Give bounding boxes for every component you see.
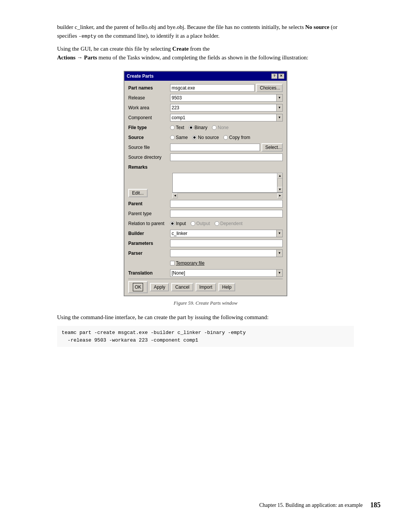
builder-label: Builder [128,230,170,237]
help-button[interactable]: Help [218,283,236,291]
relation-dependent-radio[interactable] [215,221,219,226]
parameters-row: Parameters [128,239,283,248]
parent-type-input[interactable] [170,210,283,217]
choices-button[interactable]: Choices... [256,84,283,92]
remarks-section: Edit... ▲ ▼ ◄ ► [128,173,283,198]
source-file-input[interactable] [170,144,260,151]
component-row: Component comp1 ▼ [128,113,283,122]
release-row: Release 9503 ▼ [128,94,283,102]
file-type-none-label: None [218,124,229,131]
relation-dependent-option[interactable]: Dependent [215,220,243,227]
file-type-text-option[interactable]: Text [170,124,184,131]
work-area-dropdown-arrow[interactable]: ▼ [276,104,282,111]
create-bold: Create [172,46,189,52]
release-dropdown-arrow[interactable]: ▼ [276,94,282,101]
page-content: builder c_linker, and the parent of hell… [57,23,354,347]
create-parts-dialog[interactable]: Create Parts ? ✕ Part names Choices... [124,71,287,296]
parameters-label: Parameters [128,240,170,247]
hscroll-right-arrow[interactable]: ► [277,193,283,198]
work-area-dropdown[interactable]: 223 ▼ [170,104,283,112]
close-titlebar-btn[interactable]: ✕ [278,73,284,79]
file-type-none-option[interactable]: None [212,124,229,131]
temp-file-checkbox-label[interactable]: Temporary file [170,260,204,267]
parent-type-row: Parent type [128,209,283,218]
temp-file-checkbox[interactable] [170,261,175,265]
component-value: comp1 [170,114,276,121]
hscroll-left-arrow[interactable]: ◄ [172,193,178,198]
actions-parts-bold: Actions → Parts [57,54,97,61]
relation-dependent-label: Dependent [220,220,243,227]
file-type-binary-radio[interactable] [189,125,193,130]
parent-input[interactable] [170,200,283,208]
body-text-1: builder c_linker, and the parent of hell… [57,24,304,30]
source-same-option[interactable]: Same [170,134,188,141]
relation-input-option[interactable]: Input [170,220,186,227]
import-button[interactable]: Import [196,283,216,291]
edit-button[interactable]: Edit... [128,189,148,197]
work-area-label: Work area [128,104,170,111]
parent-row: Parent [128,200,283,208]
builder-dropdown[interactable]: c_linker ▼ [170,230,283,237]
file-type-text-label: Text [176,124,184,131]
body-text-1c: on the command line), to identify it as … [98,33,220,39]
relation-input-radio[interactable] [170,221,175,226]
component-dropdown-arrow[interactable]: ▼ [276,114,282,121]
remarks-textarea[interactable]: ▲ ▼ [172,173,283,193]
builder-value: c_linker [170,230,276,237]
source-same-radio[interactable] [170,135,175,140]
translation-dropdown[interactable]: [None] ▼ [170,269,283,277]
file-type-text-radio[interactable] [170,125,175,130]
page-footer: Chapter 15. Building an application: an … [0,501,411,509]
remarks-vscrollbar[interactable]: ▲ ▼ [277,173,282,192]
figure-caption: Figure 59. Create Parts window [57,299,354,307]
hscroll-track [178,193,277,198]
source-copyfrom-label: Copy from [229,134,250,141]
help-titlebar-btn[interactable]: ? [271,73,277,79]
source-dir-input[interactable] [170,153,283,161]
source-copyfrom-option[interactable]: Copy from [223,134,250,141]
source-copyfrom-radio[interactable] [223,135,228,140]
translation-value: [None] [170,270,276,276]
select-button[interactable]: Select... [261,143,283,152]
scroll-up-arrow[interactable]: ▲ [277,173,283,179]
source-file-row: Source file Select... [128,143,283,152]
release-dropdown[interactable]: 9503 ▼ [170,94,283,102]
source-same-label: Same [176,134,188,141]
temp-file-label: Temporary file [176,260,204,267]
translation-dropdown-arrow[interactable]: ▼ [276,270,282,276]
ok-button[interactable]: OK [128,281,148,293]
relation-label: Relation to parent [128,220,170,227]
file-type-binary-option[interactable]: Binary [189,124,207,131]
parser-dropdown[interactable]: ▼ [170,249,283,257]
builder-dropdown-arrow[interactable]: ▼ [276,230,282,237]
component-label: Component [128,114,170,121]
parameters-input[interactable] [170,240,283,247]
remarks-label-row: Remarks [128,163,283,171]
footer-chapter: Chapter 15. Building an application: an … [259,502,363,508]
ok-btn-inner: OK [133,283,143,291]
parser-dropdown-arrow[interactable]: ▼ [276,250,282,257]
code-empty: -empty [78,34,96,39]
release-value: 9503 [170,94,276,101]
relation-output-radio[interactable] [191,221,195,226]
source-file-group: Select... [170,143,283,152]
cancel-button[interactable]: Cancel [171,283,193,291]
part-names-input[interactable] [170,84,255,92]
source-nosource-radio[interactable] [192,135,197,140]
parser-row: Parser ▼ [128,249,283,257]
dialog-titlebar: Create Parts ? ✕ [124,72,287,81]
dialog-buttons: OK Apply Cancel Import Help [128,279,283,293]
apply-button[interactable]: Apply [150,283,169,291]
dialog-title: Create Parts [127,73,154,80]
scroll-down-arrow[interactable]: ▼ [277,187,283,192]
source-radio-group: Same No source Copy from [170,134,283,141]
part-names-row: Part names Choices... [128,84,283,92]
source-nosource-option[interactable]: No source [192,134,219,141]
translation-label: Translation [128,270,170,276]
temp-file-row: Temporary file [128,259,283,267]
component-dropdown[interactable]: comp1 ▼ [170,114,283,121]
relation-output-option[interactable]: Output [191,220,210,227]
remarks-hscrollbar[interactable]: ◄ ► [172,193,283,198]
file-type-none-radio[interactable] [212,125,217,130]
file-type-binary-label: Binary [194,124,207,131]
